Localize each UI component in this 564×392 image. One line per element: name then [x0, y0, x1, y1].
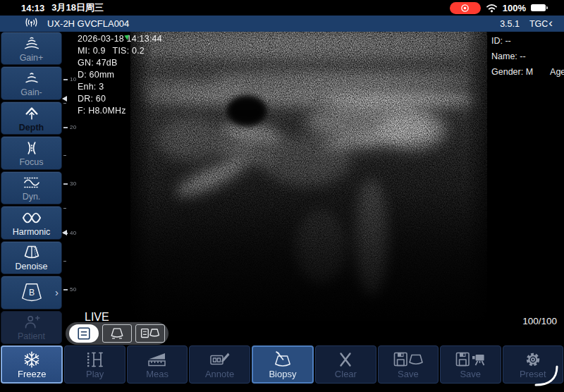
depth-icon: [21, 104, 42, 123]
focus-marker-icon: [62, 96, 67, 102]
depth-value: D: 60mm: [78, 69, 162, 81]
annote-button[interactable]: Annote: [189, 345, 250, 384]
layout-single-icon: [74, 326, 94, 341]
view-mode-toolbar: [66, 322, 168, 345]
toolbar-button-label: Clear: [335, 369, 357, 379]
sidebar-button-dyn[interactable]: Dyn.: [1, 171, 62, 204]
imaging-parameters: 2026-03-18 14:13:44 MI: 0.9TIS: 0.2 GN: …: [78, 33, 162, 117]
sidebar-button-gain-plus[interactable]: Gain+: [1, 32, 62, 65]
sidebar-button-depth[interactable]: Depth: [1, 102, 62, 135]
dyn-icon: [21, 173, 42, 192]
ruler-tick-minor: [63, 208, 66, 209]
record-icon: [460, 4, 470, 13]
denoise-icon: [20, 243, 43, 262]
clear-icon: [334, 350, 357, 369]
patient-id: ID: --: [491, 33, 564, 49]
image-area: 2026-03-18 14:13:44 MI: 0.9TIS: 0.2 GN: …: [63, 32, 564, 345]
battery-percent: 100%: [503, 3, 526, 13]
sidebar-button-bmode[interactable]: B›: [1, 276, 62, 309]
app-header: UX-2H GVCFLA004 3.5.1 TGC ‹: [0, 16, 564, 32]
meas-icon: [143, 350, 171, 369]
patient-gender-age: Gender: MAge: --: [491, 64, 564, 80]
annote-icon: [206, 350, 234, 369]
sidebar-button-denoise[interactable]: Denoise: [1, 241, 62, 274]
status-bar: 14:13 3月18日周三 100%: [0, 0, 564, 16]
sidebar-button-label: Focus: [19, 158, 43, 167]
sidebar-button-patient[interactable]: Patient: [1, 311, 62, 344]
toolbar-button-label: Save: [460, 369, 481, 379]
play-button[interactable]: Play: [64, 345, 125, 384]
sidebar-button-label: Depth: [19, 123, 44, 133]
sidebar-button-label: Harmonic: [13, 228, 51, 237]
ruler-tick-minor: [63, 103, 66, 104]
focus-icon: [21, 139, 42, 157]
frame-counter: 100/100: [522, 316, 557, 326]
ruler-tick-minor: [63, 261, 66, 262]
harmonic-icon: [20, 209, 43, 227]
meas-button[interactable]: Meas: [127, 345, 188, 384]
status-date: 3月18日周三: [51, 1, 104, 14]
depth-ruler: 1020304050: [63, 32, 82, 345]
patient-icon: [21, 313, 42, 331]
sidebar-button-harmonic[interactable]: Harmonic: [1, 206, 62, 239]
sidebar-button-label: Gain-: [20, 88, 42, 97]
svg-text:B: B: [28, 288, 34, 298]
ruler-tick-major: 30: [63, 183, 68, 185]
toolbar-button-label: Meas: [146, 369, 168, 379]
toolbar-button-label: Save: [398, 369, 419, 379]
view-mode-sector-button[interactable]: [102, 324, 132, 343]
toolbar-button-label: Play: [86, 369, 104, 379]
screen-record-indicator[interactable]: [450, 2, 481, 14]
sidebar-button-label: Gain+: [20, 54, 44, 63]
ruler-tick-label: 10: [70, 76, 77, 82]
freeze-button[interactable]: Freeze: [1, 345, 63, 384]
view-mode-single-button[interactable]: [69, 324, 99, 343]
ruler-tick-major: 10: [63, 79, 68, 80]
toolbar-button-label: Biopsy: [269, 369, 296, 379]
gain-minus-icon: [21, 69, 42, 87]
ruler-tick-major: 50: [63, 289, 68, 290]
bottom-toolbar: FreezePlayMeasAnnoteBiopsyClearSaveSaveP…: [0, 345, 564, 384]
layout-dual-icon: [139, 326, 161, 341]
ruler-tick-label: 40: [70, 230, 77, 236]
biopsy-icon: [269, 350, 296, 369]
wifi-icon: [486, 4, 498, 13]
ultrasound-image[interactable]: [130, 32, 487, 321]
mi-tis-line: MI: 0.9TIS: 0.2: [78, 45, 162, 57]
save-video-icon: [453, 350, 487, 369]
clear-button[interactable]: Clear: [315, 345, 376, 384]
focus-marker-icon: [62, 230, 67, 235]
ruler-tick-label: 30: [70, 180, 77, 187]
sidebar-button-focus[interactable]: Focus: [1, 136, 62, 169]
sidebar-button-label: Denoise: [16, 262, 48, 271]
gesture-curve: [530, 364, 561, 389]
ruler-tick-label: 20: [70, 124, 77, 130]
dynamic-range-value: DR: 60: [78, 93, 162, 105]
tgc-toggle[interactable]: TGC ‹: [529, 18, 553, 30]
chevron-left-icon: ‹: [548, 17, 553, 29]
acquisition-datetime: 2026-03-18 14:13:44: [78, 33, 162, 45]
layout-sector-icon: [107, 326, 127, 341]
status-time: 14:13: [21, 3, 44, 13]
enhance-value: Enh: 3: [78, 81, 162, 93]
ruler-tick-major: 20: [63, 127, 68, 128]
patient-name: Name: --: [491, 49, 564, 64]
chevron-right-icon: ›: [55, 286, 59, 298]
gain-plus-icon: [21, 35, 42, 53]
toolbar-button-label: Freeze: [18, 369, 46, 379]
battery-icon: [531, 4, 546, 12]
sidebar-button-gain-minus[interactable]: Gain-: [1, 66, 62, 99]
play-icon: [81, 350, 109, 369]
ruler-tick-minor: [63, 155, 66, 156]
save-image-button[interactable]: Save: [378, 345, 439, 384]
biopsy-button[interactable]: Biopsy: [252, 345, 314, 384]
sidebar: Gain+Gain-DepthFocusDyn.HarmonicDenoiseB…: [0, 32, 63, 344]
ruler-tick-label: 50: [70, 286, 77, 293]
patient-info: ID: -- Name: -- Gender: MAge: --: [491, 33, 564, 80]
gain-value: GN: 47dB: [78, 57, 162, 69]
bmode-icon: B: [16, 283, 47, 302]
save-video-button[interactable]: Save: [440, 345, 501, 384]
view-mode-dual-button[interactable]: [135, 324, 165, 343]
tgc-label: TGC: [529, 19, 548, 29]
sidebar-button-label: Patient: [18, 332, 45, 341]
